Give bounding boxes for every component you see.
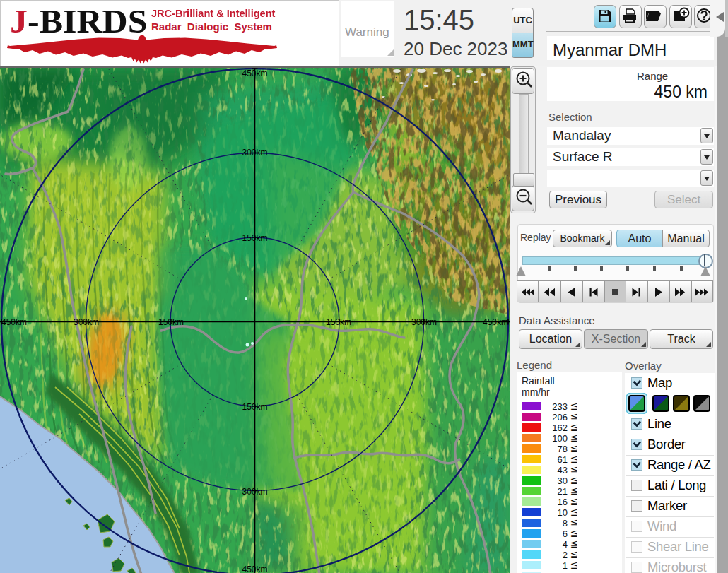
svg-text:150km: 150km (158, 317, 184, 327)
svg-text:150km: 150km (242, 402, 267, 412)
svg-text:300km: 300km (242, 487, 267, 497)
svg-text:300km: 300km (74, 317, 99, 327)
svg-text:150km: 150km (326, 317, 351, 327)
svg-text:300km: 300km (411, 317, 437, 327)
svg-text:150km: 150km (242, 233, 267, 243)
svg-text:450km: 450km (242, 69, 267, 78)
svg-text:300km: 300km (242, 148, 267, 158)
svg-text:450km: 450km (242, 565, 267, 573)
svg-text:450km: 450km (1, 317, 27, 327)
svg-text:450km: 450km (483, 317, 508, 327)
